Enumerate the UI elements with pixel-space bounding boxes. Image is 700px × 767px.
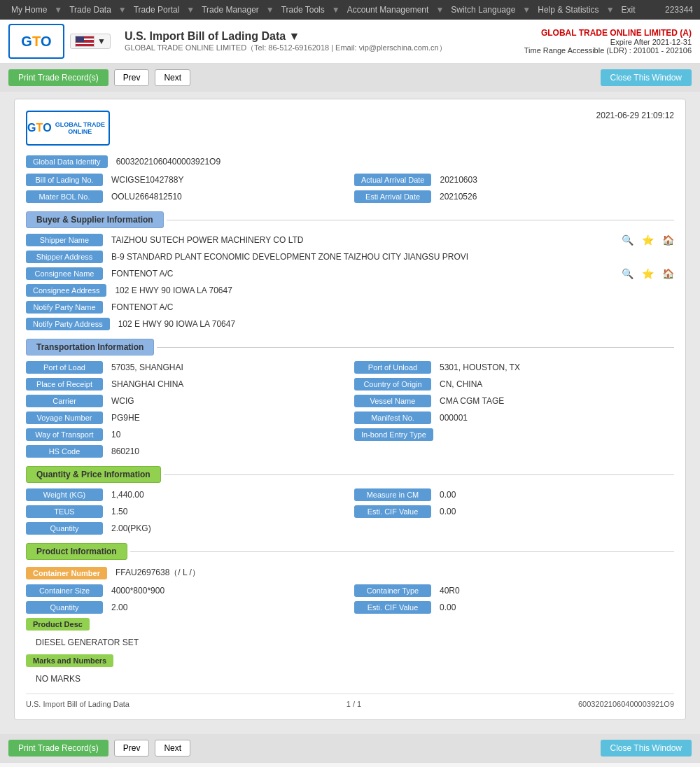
product-desc-row: Product Desc [26,618,674,631]
shipper-address-row: Shipper Address B-9 STANDARD PLANT ECONO… [26,251,674,263]
vessel-pair: Vessel Name CMA CGM TAGE [354,395,674,407]
card-header: GTO GLOBAL TRADE ONLINE 2021-06-29 21:09… [26,111,674,146]
top-nav: My Home ▼ Trade Data ▼ Trade Portal ▼ Tr… [0,0,700,20]
flag-selector[interactable]: ▼ [70,34,111,49]
record-page-info: 1 / 1 [346,700,361,708]
consignee-address-label: Consignee Address [26,284,106,297]
mater-bol-label: Mater BOL No. [26,190,103,203]
qty-label: Quantity [26,522,103,535]
carrier-value: WCIG [108,395,346,407]
transport-type-row: Way of Transport 10 In-bond Entry Type [26,428,674,441]
shipper-search-icon[interactable]: 🔍 [622,234,634,246]
carrier-pair: Carrier WCIG [26,395,346,407]
product-qty-label: Quantity [26,601,103,614]
quantity-title: Quantity & Price Information [26,466,161,483]
esti-arrival-label: Esti Arrival Date [354,190,431,203]
close-button-bottom[interactable]: Close This Window [601,740,692,757]
cif-value: 0.00 [437,505,674,518]
port-load-label: Port of Load [26,361,103,374]
container-size-label: Container Size [26,584,103,597]
notify-name-row: Notify Party Name FONTENOT A/C [26,301,674,314]
shipper-star-icon[interactable]: ⭐ [642,234,654,246]
nav-trade-data[interactable]: Trade Data [65,5,115,15]
country-origin-label: Country of Origin [354,378,431,390]
marks-label: Marks and Numbers [26,654,113,667]
manifest-value: 000001 [437,411,674,424]
nav-trade-tools[interactable]: Trade Tools [277,5,329,15]
close-button-top[interactable]: Close This Window [601,69,692,86]
shipper-address-label: Shipper Address [26,251,103,263]
expire-info: Expire After 2021-12-31 [524,38,692,46]
port-unload-label: Port of Unload [354,361,431,374]
voyage-pair: Voyage Number PG9HE [26,411,346,424]
product-title: Product Information [26,543,127,560]
shipper-name-row: Shipper Name TAIZHOU SUTECH POWER MACHIN… [26,234,674,246]
consignee-name-row: Consignee Name FONTENOT A/C 🔍 ⭐ 🏠 [26,267,674,280]
consignee-search-icon[interactable]: 🔍 [622,268,634,279]
nav-trade-portal[interactable]: Trade Portal [130,5,184,15]
title-area: U.S. Import Bill of Lading Data ▼ GLOBAL… [111,30,524,53]
notify-name-value: FONTENOT A/C [108,301,674,314]
next-button-top[interactable]: Next [155,69,190,86]
consignee-home-icon[interactable]: 🏠 [662,268,674,279]
esti-arrival-value: 20210526 [437,190,674,203]
section-line-3 [164,474,674,475]
record-footer: U.S. Import Bill of Lading Data 1 / 1 60… [26,694,674,708]
footer-main: Company Website | Global Customs Data | … [87,763,700,767]
port-row: Port of Load 57035, SHANGHAI Port of Unl… [26,361,674,374]
vessel-value: CMA CGM TAGE [437,395,674,407]
nav-switch-language[interactable]: Switch Language [447,5,519,15]
actual-arrival-value: 20210603 [437,174,674,186]
nav-account-management[interactable]: Account Management [343,5,433,15]
shipper-name-label: Shipper Name [26,234,103,246]
print-button-top[interactable]: Print Trade Record(s) [8,69,108,86]
nav-my-home[interactable]: My Home [7,5,51,15]
nav-trade-manager[interactable]: Trade Manager [197,5,263,15]
nav-exit[interactable]: Exit [617,5,640,15]
transport-title: Transportation Information [26,339,154,356]
way-transport-pair: Way of Transport 10 [26,428,346,441]
consignee-address-value: 102 E HWY 90 IOWA LA 70647 [112,284,674,297]
container-type-label: Container Type [354,584,431,597]
next-button-bottom[interactable]: Next [155,740,190,757]
nav-items: My Home ▼ Trade Data ▼ Trade Portal ▼ Tr… [7,5,640,15]
marks-value: NO MARKS [31,671,85,687]
notify-address-value: 102 E HWY 90 IOWA LA 70647 [115,318,674,330]
shipper-home-icon[interactable]: 🏠 [662,234,674,246]
prev-button-top[interactable]: Prev [114,69,150,86]
main-content: GTO GLOBAL TRADE ONLINE 2021-06-29 21:09… [0,92,700,734]
cif-label: Esti. CIF Value [354,505,431,518]
cif-pair: Esti. CIF Value 0.00 [354,505,674,518]
port-unload-value: 5301, HOUSTON, TX [437,361,674,374]
port-unload-pair: Port of Unload 5301, HOUSTON, TX [354,361,674,374]
port-load-value: 57035, SHANGHAI [108,361,346,374]
page-footer: 苏ICP备14033305号 Company Website | Global … [0,762,700,767]
consignee-star-icon[interactable]: ⭐ [642,268,654,279]
product-cif-value: 0.00 [437,601,674,614]
actual-arrival-label: Actual Arrival Date [354,174,431,186]
page-subtitle: GLOBAL TRADE ONLINE LIMITED（Tel: 86-512-… [125,43,524,53]
receipt-row: Place of Receipt SHANGHAI CHINA Country … [26,378,674,390]
section-line [167,220,674,220]
container-size-pair: Container Size 4000*800*900 [26,584,346,597]
in-bond-pair: In-bond Entry Type [354,428,674,441]
weight-row: Weight (KG) 1,440.00 Measure in CM 0.00 [26,488,674,501]
in-bond-label: In-bond Entry Type [354,428,433,441]
hs-code-value: 860210 [108,445,674,458]
print-button-bottom[interactable]: Print Trade Record(s) [8,740,108,757]
container-size-value: 4000*800*900 [108,584,346,597]
consignee-name-value: FONTENOT A/C [108,267,613,280]
vessel-label: Vessel Name [354,395,431,407]
container-type-value: 40R0 [437,584,674,597]
prev-button-bottom[interactable]: Prev [114,740,150,757]
container-number-row: Container Number FFAU2697638（/ L /） [26,565,674,580]
product-qty-value: 2.00 [108,601,346,614]
container-number-value: FFAU2697638（/ L /） [113,565,674,580]
buyer-supplier-title: Buyer & Supplier Information [26,211,164,228]
notify-name-label: Notify Party Name [26,301,103,314]
in-bond-value [439,433,674,436]
product-qty-row: Quantity 2.00 Esti. CIF Value 0.00 [26,601,674,614]
place-receipt-label: Place of Receipt [26,378,103,390]
teus-pair: TEUS 1.50 [26,505,346,518]
nav-help-statistics[interactable]: Help & Statistics [533,5,603,15]
